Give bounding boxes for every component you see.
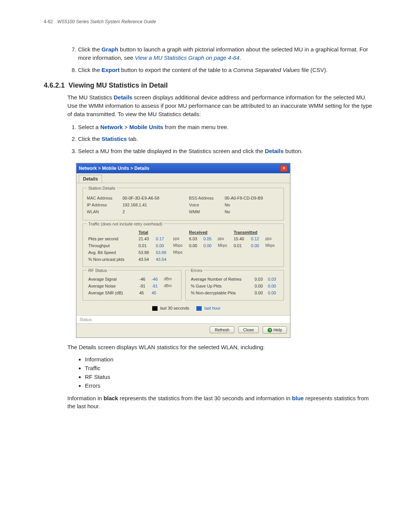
traffic-table: Total Received Transmitted Pkts per seco… — [87, 229, 280, 263]
refresh-button[interactable]: Refresh — [210, 326, 234, 333]
traffic-group: Traffic (does not include retry overhead… — [83, 224, 284, 267]
after-p1: The Details screen displays WLAN statist… — [67, 343, 373, 351]
color-legend: last 30 seconds last hour — [83, 306, 284, 311]
bullet-errors: Errors — [85, 382, 373, 389]
station-details-group: Station Details MAC Address00-0F-3D-E9-A… — [83, 188, 284, 220]
graph-keyword: Graph — [102, 46, 118, 53]
rf-status-group: RF Status Average Signal-46-46dBm Averag… — [83, 270, 182, 300]
details-dialog: Network > Mobile Units > Details × Detai… — [76, 163, 290, 338]
close-icon[interactable]: × — [280, 165, 288, 172]
after-p2: Information in black represents the stat… — [67, 394, 373, 411]
step-3: Select a MU from the table displayed in … — [78, 147, 373, 155]
dialog-panel: Station Details MAC Address00-0F-3D-E9-A… — [76, 183, 290, 315]
dialog-titlebar: Network > Mobile Units > Details × — [76, 163, 290, 173]
step-2: Click the Statistics tab. — [78, 135, 373, 143]
step-8: Click the Export button to export the co… — [78, 66, 373, 74]
section-steps: Select a Network > Mobile Units from the… — [70, 123, 373, 155]
graph-link[interactable]: View a MU Statistics Graph on page 4-64 — [135, 54, 239, 61]
step-1: Select a Network > Mobile Units from the… — [78, 123, 373, 131]
details-bullets: Information Traffic RF Status Errors — [78, 356, 373, 389]
page: 4-62 WS5100 Series Switch System Referen… — [0, 0, 411, 446]
dialog-button-row: Refresh Close ?Help — [76, 323, 290, 337]
step-7: Click the Graph button to launch a graph… — [78, 45, 373, 62]
dialog-title: Network > Mobile Units > Details — [79, 166, 149, 171]
top-step-list: Click the Graph button to launch a graph… — [70, 45, 373, 74]
bullet-traffic: Traffic — [85, 365, 373, 371]
swatch-blue-icon — [196, 306, 202, 311]
close-button[interactable]: Close — [238, 326, 259, 333]
swatch-black-icon — [152, 306, 158, 311]
help-icon: ? — [268, 328, 272, 332]
page-number: 4-62 — [44, 19, 53, 24]
tab-row: Details — [76, 173, 290, 183]
status-label: Status: — [76, 315, 290, 323]
errors-group: Errors Average Number of Retries0.030.03… — [185, 270, 284, 300]
section-heading: 4.6.2.1 Viewing MU Statistics in Detail — [44, 81, 373, 89]
guide-title: WS5100 Series Switch System Reference Gu… — [57, 19, 156, 24]
tab-details[interactable]: Details — [79, 175, 102, 183]
help-button[interactable]: ?Help — [263, 326, 287, 334]
bullet-information: Information — [85, 356, 373, 363]
export-keyword: Export — [102, 67, 120, 73]
section-intro: The MU Statistics Details screen display… — [67, 93, 373, 118]
bullet-rf-status: RF Status — [85, 374, 373, 380]
page-header: 4-62 WS5100 Series Switch System Referen… — [44, 19, 373, 24]
